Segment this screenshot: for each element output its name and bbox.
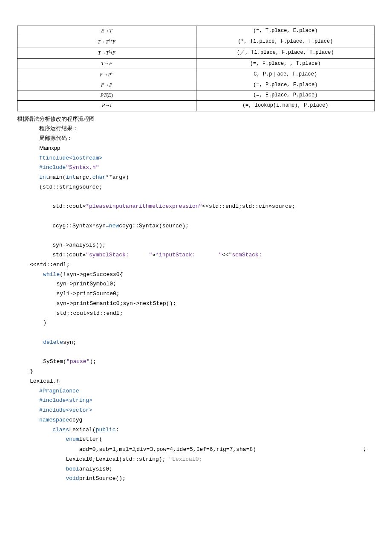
grammar-action: (=, F.place, , T.place) — [196, 58, 375, 69]
grammar-action: (=, P.place, F.place) — [196, 80, 375, 90]
grammar-action: (*, T1.place, F.place, T.place) — [196, 36, 375, 47]
grammar-action: (／, T1.place, F.place, T.place) — [196, 47, 375, 58]
grammar-action: C, P.p｜ace, F.place) — [196, 69, 375, 80]
source-label: 局部源代码： — [17, 134, 375, 143]
code-block-main-2: <<std::endl; while(!syn->getSuccess0{ sy… — [17, 260, 375, 377]
grammar-rule: P→i — [17, 101, 196, 111]
run-result-label: 程序运行结果： — [17, 124, 375, 133]
grammar-rule: T→F — [17, 58, 196, 69]
grammar-rule: E→T — [17, 26, 196, 36]
grammar-table: E→T(=, T.place, E.place)T→T1*F(*, T1.pla… — [17, 26, 375, 111]
grammar-action: (=, T.place, E.place) — [196, 26, 375, 36]
grammar-action: (=, E.place, P.place) — [196, 90, 375, 101]
grammar-rule: F→PF — [17, 69, 196, 80]
code-block-lexical: #PragnIaonce #include<string> #include<v… — [17, 386, 375, 484]
code-block-main: ftinclude<iostream> #include"Syntax,h" i… — [17, 154, 375, 260]
lexical-h-label: Lexical.h — [17, 377, 375, 386]
grammar-rule: PT(E) — [17, 90, 196, 101]
grammar-action: (=, lookup(i.name), P.place) — [196, 101, 375, 111]
grammar-rule: F→P — [17, 80, 196, 90]
mainxpp-label: Mainxpp — [17, 144, 375, 153]
flowchart-heading: 根据语法分析修改的程序流程图 — [17, 115, 375, 124]
grammar-rule: T→T1*F — [17, 36, 196, 47]
grammar-rule: T→T1/F — [17, 47, 196, 58]
